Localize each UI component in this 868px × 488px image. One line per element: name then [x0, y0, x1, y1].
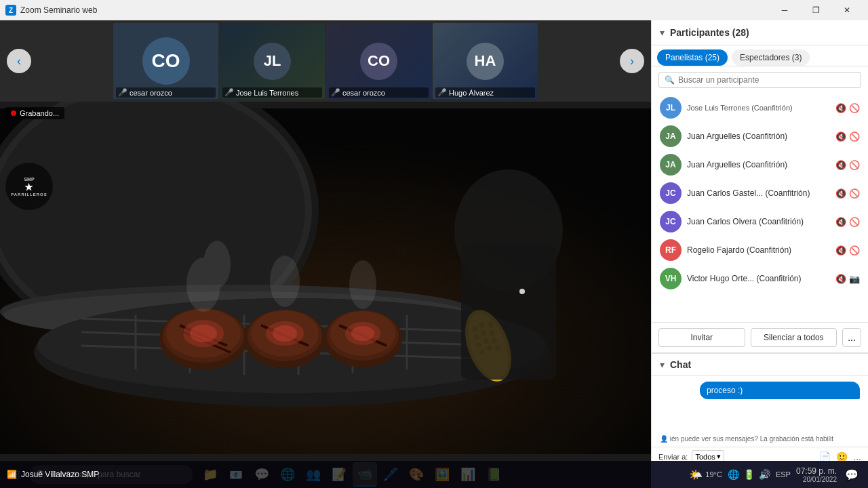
- send-to-value: Todos: [695, 453, 715, 461]
- participants-header: ▾ Participantes (28): [652, 20, 868, 45]
- chat-message: proceso :): [700, 382, 860, 399]
- network-icon[interactable]: 🌐: [728, 469, 739, 480]
- language-indicator[interactable]: ESP: [776, 470, 791, 479]
- svg-point-35: [351, 326, 374, 341]
- mic-off-icon: 🔇: [835, 188, 846, 199]
- participant-search-input[interactable]: [678, 75, 855, 85]
- participants-panel: ▾ Participantes (28) Panelistas (25) Esp…: [652, 20, 868, 352]
- close-button[interactable]: ✕: [831, 0, 863, 20]
- list-item[interactable]: VH Victor Hugo Orte... (Coanfitrión) 🔇 📷: [652, 264, 868, 293]
- participant-search-bar[interactable]: 🔍: [658, 72, 861, 88]
- cam-off-icon: 🚫: [849, 103, 860, 113]
- participant-icons: 🔇 🚫: [835, 160, 860, 170]
- thumbnail-item[interactable]: JL 🎤 Jose Luis Terrones: [220, 23, 325, 99]
- mic-off-icon: 🔇: [835, 217, 846, 227]
- titlebar: Z Zoom Seminario web ─ ❐ ✕: [0, 0, 868, 20]
- mic-level-icon: 📶: [7, 470, 17, 479]
- list-item[interactable]: JL Jose Luis Terrones (Coanfitrión) 🔇 🚫: [652, 94, 868, 122]
- thumbnail-item[interactable]: CO 🎤 cesar orozco: [113, 23, 218, 99]
- thumbnails-strip: ‹ CO 🎤 cesar orozco JL: [0, 20, 651, 102]
- avatar: VH: [660, 268, 682, 289]
- battery-icon[interactable]: 🔋: [743, 469, 755, 480]
- more-options-button[interactable]: ...: [842, 328, 861, 347]
- participant-name: Rogelio Fajardo (Coanfitrión): [687, 245, 830, 255]
- svg-point-52: [270, 256, 300, 307]
- search-icon: 🔍: [665, 75, 675, 85]
- temperature: 19°C: [705, 470, 722, 479]
- participant-name: Juan Carlos Gastel... (Coanfitrión): [687, 188, 830, 198]
- participant-icons: 🔇 🚫: [835, 217, 860, 227]
- chat-warning: 👤 ién puede ver sus mensajes? La grabaci…: [652, 434, 868, 447]
- chevron-down-icon: ▾: [717, 452, 721, 461]
- prev-thumbnail-button[interactable]: ‹: [7, 49, 31, 73]
- notification-icon: 💬: [845, 468, 859, 481]
- system-clock[interactable]: 07:59 p. m. 20/01/2022: [796, 466, 837, 483]
- participant-icons: 🔇 📷: [835, 274, 860, 284]
- participants-tabs: Panelistas (25) Espectadores (3): [652, 45, 868, 66]
- cam-off-icon: 🚫: [849, 245, 860, 256]
- thumbnail-item[interactable]: HA 🎤 Hugo Álvarez: [433, 23, 538, 99]
- next-thumbnail-button[interactable]: ›: [620, 49, 644, 73]
- thumbnail-name: 🎤 Jose Luis Terrones: [222, 87, 322, 98]
- mic-muted-icon: 🎤: [224, 88, 234, 97]
- cam-off-icon: 🚫: [849, 217, 860, 227]
- tab-espectadores[interactable]: Espectadores (3): [732, 49, 810, 66]
- mic-off-icon: 🔇: [835, 103, 846, 113]
- chat-messages: proceso :): [652, 376, 868, 434]
- weather-icon: 🌤️: [689, 468, 703, 481]
- cam-off-icon: 🚫: [849, 188, 860, 199]
- speaker-name: Josué Villalvazo SMP: [21, 470, 99, 479]
- weather-widget[interactable]: 🌤️ 19°C: [689, 468, 722, 481]
- participants-collapse-button[interactable]: ▾: [660, 27, 665, 38]
- participant-name: Jose Luis Terrones (Coanfitrión): [687, 104, 830, 112]
- participant-icons: 🔇 🚫: [835, 188, 860, 199]
- list-item[interactable]: RF Rogelio Fajardo (Coanfitrión) 🔇 🚫: [652, 236, 868, 264]
- invite-button[interactable]: Invitar: [658, 328, 745, 347]
- logo-text: SMP ★ PARRILLEROS: [11, 177, 47, 197]
- thumbnail-name: 🎤 Hugo Álvarez: [435, 87, 535, 98]
- thumbnail-item[interactable]: CO 🎤 cesar orozco: [326, 23, 431, 99]
- participant-icons: 🔇 🚫: [835, 103, 860, 113]
- mic-muted-icon: 🎤: [118, 88, 127, 97]
- main-container: ‹ CO 🎤 cesar orozco JL: [0, 20, 868, 488]
- list-item[interactable]: JA Juan Arguelles (Coanfitrión) 🔇 🚫: [652, 150, 868, 179]
- speaker-icon[interactable]: 🔊: [759, 469, 770, 480]
- avatar: RF: [660, 239, 682, 261]
- video-area: ‹ CO 🎤 cesar orozco JL: [0, 20, 651, 488]
- cam-off-icon: 🚫: [849, 160, 860, 170]
- notification-center-button[interactable]: 💬: [842, 465, 861, 484]
- cam-off-icon: 🚫: [849, 131, 860, 142]
- avatar: JL: [660, 97, 682, 119]
- recording-badge: Grabando...: [5, 107, 64, 119]
- participants-title: Participantes (28): [670, 27, 749, 38]
- logo-overlay: SMP ★ PARRILLEROS: [5, 163, 53, 210]
- mic-off-icon: 🔇: [835, 245, 846, 256]
- recording-dot: [11, 110, 16, 116]
- chat-title: Chat: [670, 359, 691, 370]
- mic-off-icon: 🔇: [835, 160, 846, 170]
- svg-rect-55: [461, 244, 556, 380]
- mic-off-icon: 🔇: [835, 274, 846, 284]
- svg-point-56: [519, 289, 525, 294]
- list-item[interactable]: JA Juan Arguelles (Coanfitrión) 🔇 🚫: [652, 122, 868, 150]
- svg-point-51: [203, 241, 231, 288]
- minimize-button[interactable]: ─: [769, 0, 800, 20]
- svg-point-29: [273, 325, 297, 342]
- participants-actions: Invitar Silenciar a todos ...: [652, 322, 868, 352]
- avatar: JC: [660, 182, 682, 204]
- list-item[interactable]: JC Juan Carlos Gastel... (Coanfitrión) 🔇…: [652, 179, 868, 207]
- thumbnail-name: 🎤 cesar orozco: [116, 87, 216, 98]
- mute-all-button[interactable]: Silenciar a todos: [751, 328, 837, 347]
- svg-point-53: [349, 260, 376, 309]
- chat-collapse-button[interactable]: ▾: [660, 359, 665, 370]
- window-controls: ─ ❐ ✕: [769, 0, 863, 20]
- participant-name: Juan Arguelles (Coanfitrión): [687, 160, 830, 169]
- participant-name: Juan Arguelles (Coanfitrión): [687, 131, 830, 141]
- mic-muted-icon: 🎤: [331, 88, 340, 97]
- list-item[interactable]: JC Juan Carlos Olvera (Coanfitrión) 🔇 🚫: [652, 207, 868, 236]
- app-icon: Z: [5, 5, 16, 16]
- mic-off-icon: 🔇: [835, 131, 846, 142]
- tab-panelistas[interactable]: Panelistas (25): [657, 49, 728, 66]
- window-title: Zoom Seminario web: [20, 5, 769, 15]
- maximize-button[interactable]: ❐: [800, 0, 831, 20]
